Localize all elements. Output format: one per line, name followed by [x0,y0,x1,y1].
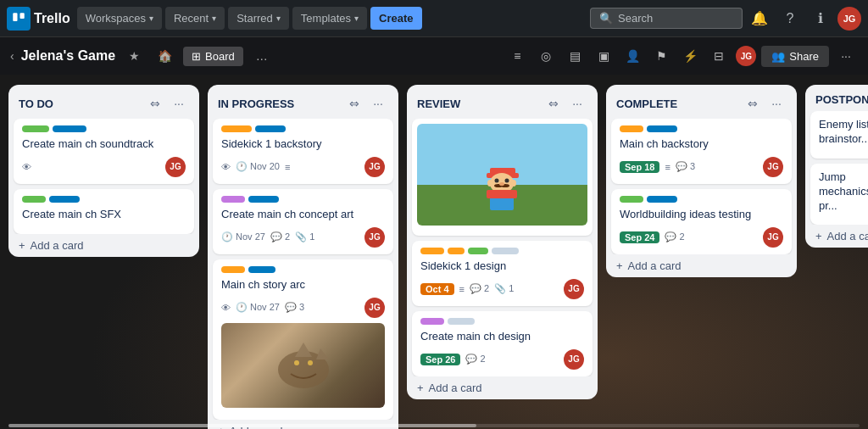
plus-icon: + [19,239,25,252]
card-meta: Sep 24 💬 2 JG [620,227,783,248]
board-view-button[interactable]: ⊞ Board [183,47,243,66]
collapse-column-button[interactable]: ⇔ [743,93,763,114]
collapse-column-button[interactable]: ⇔ [145,93,165,114]
comment-item: 💬 2 [470,283,489,294]
desc-icon: ≡ [285,162,290,172]
topbar: Trello Workspaces ▾ Recent ▾ Starred ▾ T… [0,0,868,37]
help-button[interactable]: ? [776,5,804,32]
flag-icon-button[interactable]: ⚑ [649,44,673,68]
card-create-main-ch-sfx[interactable]: Create main ch SFX [14,189,194,234]
cards-list-review: Sidekick 1 design Oct 4 ≡ 💬 2 📎 1 JG [407,119,598,376]
column-title-inprogress: IN PROGRESS [218,98,341,110]
star-board-button[interactable]: ★ [122,44,146,68]
column-postponed: POSTPONED Enemy list brainstor... Jump m… [805,85,868,248]
card-sidekick-design[interactable]: Sidekick 1 design Oct 4 ≡ 💬 2 📎 1 JG [412,241,593,306]
comment-item: 💬 3 [676,161,695,172]
label-orange [221,266,245,273]
card-jump-mechanics[interactable]: Jump mechanics pr... [810,164,868,226]
column-menu-button[interactable]: ··· [169,93,189,114]
workspaces-button[interactable]: Workspaces ▾ [77,7,162,30]
lightning-icon-button[interactable]: ⚡ [678,44,702,68]
person-icon-button[interactable]: 👤 [620,44,644,68]
date-badge-green: Sep 24 [620,231,659,243]
templates-button[interactable]: Templates ▾ [292,7,367,30]
card-sidekick-backstory[interactable]: Sidekick 1 backstory 👁 🕐 Nov 20 ≡ JG [213,119,393,184]
expand-views-button[interactable]: … [250,44,274,68]
card-main-ch-backstory[interactable]: Main ch backstory Sep 18 ≡ 💬 3 JG [611,119,792,184]
member-avatar[interactable]: JG [736,46,756,66]
create-button[interactable]: Create [370,7,421,30]
card-main-ch-design[interactable]: Create main ch design Sep 26 💬 2 JG [412,311,593,376]
card-create-main-ch-soundtrack[interactable]: Create main ch soundtrack 👁 JG [14,119,194,184]
add-card-button-complete[interactable]: + Add a card [606,254,797,277]
column-header-complete: COMPLETE ⇔ ··· [606,85,797,119]
collapse-column-button[interactable]: ⇔ [344,93,364,114]
label-orange [420,248,444,254]
card-labels [221,125,385,132]
trello-logo-icon[interactable] [7,7,31,31]
column-menu-button[interactable]: ··· [567,93,587,114]
card-concept-art[interactable]: Create main ch concept art 🕐 Nov 27 💬 2 … [213,189,393,254]
svg-rect-0 [13,13,17,21]
cards-list-postponed: Enemy list brainstor... Jump mechanics p… [805,111,868,225]
github-icon-button[interactable]: ◎ [534,44,558,68]
trello-wordmark[interactable]: Trello [34,11,70,26]
card-worldbuilding[interactable]: Worldbuilding ideas testing Sep 24 💬 2 J… [611,189,792,254]
card-title: Enemy list brainstor... [819,118,868,147]
date-item: 🕐 Nov 27 [236,302,280,313]
add-card-button-review[interactable]: + Add a card [407,376,598,399]
add-card-button-postponed[interactable]: + Add a card [805,225,868,248]
plus-icon: + [616,259,623,272]
desc-icon: ≡ [459,284,465,294]
horizontal-scrollbar[interactable] [8,424,860,427]
collapse-column-button[interactable]: ⇔ [543,93,564,114]
comment-item: 💬 3 [285,302,304,313]
more-options-button[interactable]: ··· [834,44,858,68]
card-labels [620,125,783,132]
user-avatar[interactable]: JG [837,7,861,31]
starred-button[interactable]: Starred ▾ [228,7,289,30]
svg-point-10 [495,179,499,183]
automation-icon-button[interactable]: ≡ [505,44,529,68]
screen-icon-button[interactable]: ▣ [592,44,615,68]
notifications-button[interactable]: 🔔 [746,5,773,32]
card-mario-image[interactable] [412,119,593,236]
card-enemy-list[interactable]: Enemy list brainstor... [810,111,868,159]
watch-icon: 👁 [221,303,231,313]
share-button[interactable]: 👥 Share [761,46,829,67]
filter-button[interactable]: ⊟ [707,44,731,68]
card-avatar: JG [364,157,385,177]
recent-button[interactable]: Recent ▾ [165,7,225,30]
card-labels [420,318,584,325]
card-meta: Sep 26 💬 2 JG [420,349,584,370]
label-orange2 [448,248,465,254]
board-area: TO DO ⇔ ··· Create main ch soundtrack 👁 … [0,75,868,429]
card-story-arc[interactable]: Main ch story arc 👁 🕐 Nov 27 💬 3 JG [213,259,393,420]
column-menu-button[interactable]: ··· [368,93,388,114]
cards-list-todo: Create main ch soundtrack 👁 JG Create ma… [8,119,199,234]
column-menu-button[interactable]: ··· [766,93,787,114]
search-box[interactable]: 🔍 Search [590,8,743,29]
card-title: Create main ch concept art [221,208,385,222]
card-meta: 👁 🕐 Nov 20 ≡ JG [221,157,385,177]
cards-list-complete: Main ch backstory Sep 18 ≡ 💬 3 JG Worldb… [606,119,797,254]
label-blue [248,266,275,273]
info-button[interactable]: ℹ [807,5,834,32]
column-review: REVIEW ⇔ ··· [407,85,598,399]
column-title-complete: COMPLETE [616,98,739,110]
column-header-todo: TO DO ⇔ ··· [8,85,199,119]
column-todo: TO DO ⇔ ··· Create main ch soundtrack 👁 … [8,85,199,257]
scrollbar-thumb [8,424,476,427]
workspace-icon-button[interactable]: 🏠 [153,44,176,68]
board-nav-back[interactable]: ‹ [10,49,14,63]
add-card-button-todo[interactable]: + Add a card [8,234,199,257]
card-meta: 👁 JG [22,157,186,177]
card-meta: Sep 18 ≡ 💬 3 JG [620,157,783,177]
drive-icon-button[interactable]: ▤ [563,44,587,68]
dragon-image [221,323,385,408]
card-meta: Oct 4 ≡ 💬 2 📎 1 JG [420,279,584,299]
column-title-review: REVIEW [417,98,540,110]
chevron-down-icon: ▾ [354,14,359,23]
board-title[interactable]: Jelena's Game [21,48,115,64]
label-green [468,248,488,254]
